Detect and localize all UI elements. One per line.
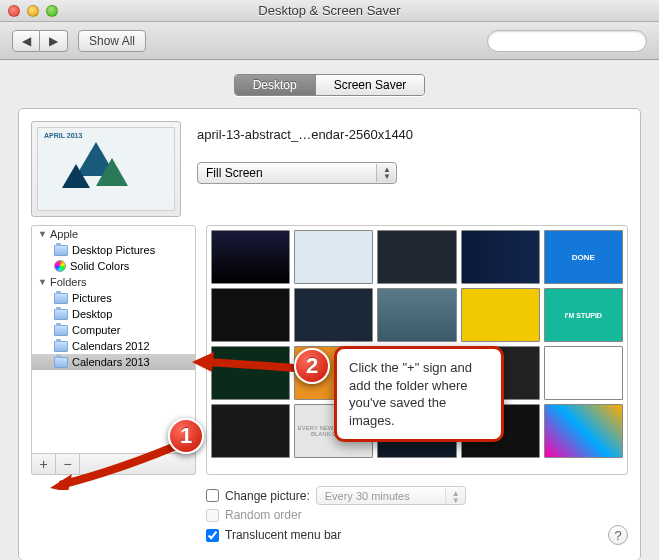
thumbnail[interactable]: DONE [544,230,623,284]
window-title: Desktop & Screen Saver [0,3,659,18]
random-order-checkbox [206,509,219,522]
sidebar-group-apple[interactable]: ▼Apple [32,226,195,242]
help-button[interactable]: ? [608,525,628,545]
callout-text: Click the "+" sign and add the folder wh… [334,346,504,442]
translucent-checkbox[interactable] [206,529,219,542]
translucent-label: Translucent menu bar [225,528,341,542]
sidebar-item-desktop[interactable]: Desktop [32,306,195,322]
thumbnail[interactable] [211,230,290,284]
fit-mode-value: Fill Screen [206,166,263,180]
search-input[interactable] [500,35,638,47]
folder-icon [54,357,68,368]
wallpaper-preview [31,121,181,217]
thumbnail[interactable] [377,288,456,342]
nav-buttons: ◀ ▶ [12,30,68,52]
tab-bar: Desktop Screen Saver [18,74,641,96]
thumbnail[interactable] [211,288,290,342]
remove-folder-button[interactable]: − [56,454,80,474]
desktop-panel: april-13-abstract_…endar-2560x1440 Fill … [18,108,641,560]
folder-icon [54,245,68,256]
thumbnail[interactable] [211,346,290,400]
titlebar: Desktop & Screen Saver [0,0,659,22]
folder-icon [54,325,68,336]
sidebar-item-computer[interactable]: Computer [32,322,195,338]
fit-mode-select[interactable]: Fill Screen ▲▼ [197,162,397,184]
content: Desktop Screen Saver april-13-abstract_…… [0,60,659,560]
sidebar-item-calendars-2013[interactable]: Calendars 2013 [32,354,195,370]
add-remove-bar: + − [31,454,196,475]
toolbar: ◀ ▶ Show All [0,22,659,60]
change-picture-label: Change picture: [225,489,310,503]
sidebar-item-calendars-2012[interactable]: Calendars 2012 [32,338,195,354]
folder-icon [54,341,68,352]
sidebar-group-folders[interactable]: ▼Folders [32,274,195,290]
thumbnail[interactable] [544,346,623,400]
callout-badge-2: 2 [294,348,330,384]
tab-desktop[interactable]: Desktop [235,75,315,95]
thumbnail[interactable] [544,404,623,458]
interval-select[interactable]: Every 30 minutes ▲▼ [316,486,466,505]
thumbnail[interactable] [461,230,540,284]
source-sidebar[interactable]: ▼Apple Desktop Pictures Solid Colors ▼Fo… [31,225,196,454]
thumbnail[interactable] [461,288,540,342]
show-all-button[interactable]: Show All [78,30,146,52]
tab-screensaver[interactable]: Screen Saver [315,75,425,95]
back-button[interactable]: ◀ [12,30,40,52]
thumbnail[interactable] [294,288,373,342]
callout-badge-1: 1 [168,418,204,454]
sidebar-item-desktop-pictures[interactable]: Desktop Pictures [32,242,195,258]
wallpaper-name: april-13-abstract_…endar-2560x1440 [197,127,628,142]
sidebar-item-solid-colors[interactable]: Solid Colors [32,258,195,274]
sidebar-item-pictures[interactable]: Pictures [32,290,195,306]
thumbnail[interactable] [211,404,290,458]
thumbnail[interactable]: I'M STUPID [544,288,623,342]
add-folder-button[interactable]: + [32,454,56,474]
change-picture-checkbox[interactable] [206,489,219,502]
folder-icon [54,293,68,304]
random-order-label: Random order [225,508,302,522]
forward-button[interactable]: ▶ [40,30,68,52]
color-wheel-icon [54,260,66,272]
search-field[interactable] [487,30,647,52]
thumbnail[interactable] [377,230,456,284]
thumbnail[interactable] [294,230,373,284]
folder-icon [54,309,68,320]
